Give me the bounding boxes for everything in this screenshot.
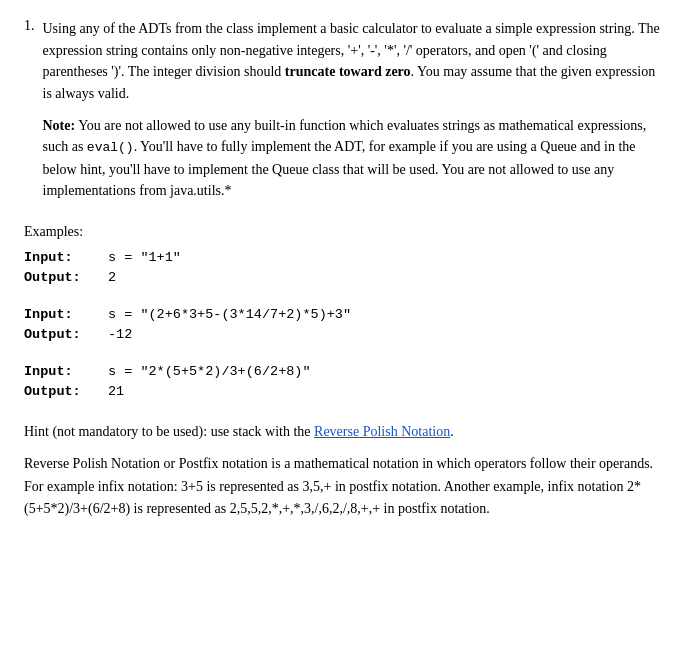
- output-value-2: -12: [108, 327, 132, 342]
- example-3-output-row: Output: 21: [24, 384, 664, 399]
- examples-section: Examples: Input: s = "1+1" Output: 2 Inp…: [24, 224, 664, 399]
- rpn-description: Reverse Polish Notation or Postfix notat…: [24, 453, 664, 520]
- examples-label: Examples:: [24, 224, 664, 240]
- problem-item: 1. Using any of the ADTs from the class …: [24, 18, 664, 202]
- problem-body: Using any of the ADTs from the class imp…: [43, 18, 665, 202]
- example-1-output-row: Output: 2: [24, 270, 664, 285]
- input-value-3: s = "2*(5+5*2)/3+(6/2+8)": [108, 364, 311, 379]
- example-1-input-row: Input: s = "1+1": [24, 250, 664, 265]
- input-label-2: Input:: [24, 307, 104, 322]
- hint-prefix: Hint (not mandatory to be used): use sta…: [24, 424, 314, 439]
- example-3: Input: s = "2*(5+5*2)/3+(6/2+8)" Output:…: [24, 364, 664, 399]
- output-label-3: Output:: [24, 384, 104, 399]
- note-block: Note: You are not allowed to use any bui…: [43, 115, 665, 202]
- main-content: 1. Using any of the ADTs from the class …: [24, 18, 664, 521]
- output-label-1: Output:: [24, 270, 104, 285]
- output-value-3: 21: [108, 384, 124, 399]
- example-3-input-row: Input: s = "2*(5+5*2)/3+(6/2+8)": [24, 364, 664, 379]
- rpn-text: Reverse Polish Notation or Postfix notat…: [24, 456, 653, 516]
- problem-number: 1.: [24, 18, 35, 202]
- input-label-1: Input:: [24, 250, 104, 265]
- input-label-3: Input:: [24, 364, 104, 379]
- truncate-emphasis: truncate toward zero: [285, 64, 411, 79]
- hint-suffix: .: [450, 424, 454, 439]
- note-label: Note:: [43, 118, 76, 133]
- eval-code: eval(): [87, 140, 134, 155]
- example-2-output-row: Output: -12: [24, 327, 664, 342]
- hint-section: Hint (not mandatory to be used): use sta…: [24, 421, 664, 521]
- input-value-2: s = "(2+6*3+5-(3*14/7+2)*5)+3": [108, 307, 351, 322]
- output-value-1: 2: [108, 270, 116, 285]
- example-1: Input: s = "1+1" Output: 2: [24, 250, 664, 285]
- problem-paragraph1: Using any of the ADTs from the class imp…: [43, 18, 665, 105]
- output-label-2: Output:: [24, 327, 104, 342]
- hint-line: Hint (not mandatory to be used): use sta…: [24, 421, 664, 443]
- input-value-1: s = "1+1": [108, 250, 181, 265]
- example-2-input-row: Input: s = "(2+6*3+5-(3*14/7+2)*5)+3": [24, 307, 664, 322]
- example-2: Input: s = "(2+6*3+5-(3*14/7+2)*5)+3" Ou…: [24, 307, 664, 342]
- rpn-link[interactable]: Reverse Polish Notation: [314, 424, 450, 439]
